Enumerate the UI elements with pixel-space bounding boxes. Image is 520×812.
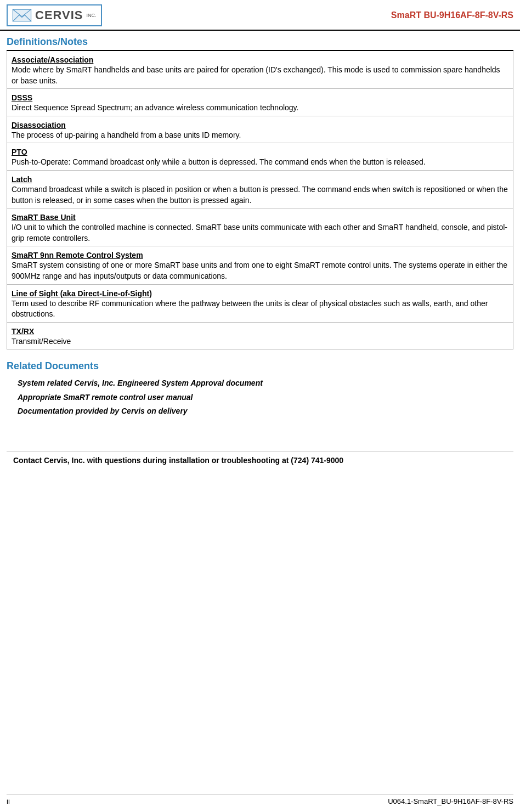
logo-inc: INC.	[87, 13, 97, 18]
definitions-container: Associate/Association Mode where by SmaR…	[7, 51, 513, 349]
related-doc-item-0: System related Cervis, Inc. Engineered S…	[18, 376, 513, 390]
def-desc-disassociation: The process of up-pairing a handheld fro…	[12, 131, 241, 142]
def-desc-line-of-sight: Term used to describe RF communication w…	[12, 299, 488, 321]
def-term-smart-9nn: SmaRT 9nn Remote Control System	[12, 249, 508, 260]
definitions-section: Definitions/Notes Associate/Association …	[7, 36, 513, 349]
def-term-pto: PTO	[12, 145, 508, 157]
def-term-line-of-sight: Line of Sight (aka Direct-Line-of-Sight)	[12, 287, 508, 298]
def-term-dsss: DSSS	[12, 91, 508, 103]
logo-area: CERVISINC.	[7, 4, 102, 26]
related-doc-item-1: Appropriate SmaRT remote control user ma…	[18, 391, 513, 404]
contact-info: Contact Cervis, Inc. with questions duri…	[7, 451, 513, 469]
definition-entry-smart-9nn: SmaRT 9nn Remote Control System SmaRT sy…	[7, 246, 513, 284]
def-desc-associate: Mode where by SmaRT handhelds and base u…	[12, 65, 500, 87]
related-doc-item-2: Documentation provided by Cervis on deli…	[18, 404, 513, 418]
definition-entry-latch: Latch Command broadcast while a switch i…	[7, 171, 513, 208]
logo-text: CERVIS	[35, 8, 83, 22]
page-footer: ii U064.1-SmaRT_BU-9H16AF-8F-8V-RS	[7, 794, 513, 805]
def-desc-txrx: Transmit/Receive	[12, 337, 71, 348]
def-term-disassociation: Disassociation	[12, 119, 508, 130]
related-documents-section: Related Documents System related Cervis,…	[7, 360, 513, 418]
definition-entry-associate: Associate/Association Mode where by SmaR…	[7, 51, 513, 89]
def-term-smart-base-unit: SmaRT Base Unit	[12, 211, 508, 222]
def-desc-smart-base-unit: I/O unit to which the controlled machine…	[12, 223, 507, 245]
definition-entry-line-of-sight: Line of Sight (aka Direct-Line-of-Sight)…	[7, 285, 513, 323]
definition-entry-txrx: TX/RX Transmit/Receive	[7, 323, 513, 349]
def-desc-dsss: Direct Sequence Spread Spectrum; an adva…	[12, 103, 298, 114]
document-title: SmaRT BU-9H16AF-8F-8V-RS	[391, 10, 513, 20]
cervis-logo-icon	[12, 8, 32, 23]
def-desc-latch: Command broadcast while a switch is plac…	[12, 185, 508, 207]
related-documents-list: System related Cervis, Inc. Engineered S…	[7, 376, 513, 418]
def-term-txrx: TX/RX	[12, 325, 508, 336]
logo-box: CERVISINC.	[7, 4, 102, 26]
definition-entry-pto: PTO Push-to-Operate: Command broadcast o…	[7, 143, 513, 171]
page-number: ii	[7, 797, 10, 805]
definition-entry-disassociation: Disassociation The process of up-pairing…	[7, 116, 513, 144]
doc-reference: U064.1-SmaRT_BU-9H16AF-8F-8V-RS	[388, 797, 513, 805]
related-documents-title: Related Documents	[7, 360, 513, 372]
definition-entry-dsss: DSSS Direct Sequence Spread Spectrum; an…	[7, 89, 513, 116]
page-header: CERVISINC. SmaRT BU-9H16AF-8F-8V-RS	[0, 0, 520, 31]
def-term-latch: Latch	[12, 173, 508, 184]
def-desc-pto: Push-to-Operate: Command broadcast only …	[12, 157, 426, 168]
def-desc-smart-9nn: SmaRT system consisting of one or more S…	[12, 261, 507, 283]
definitions-section-title: Definitions/Notes	[7, 36, 513, 51]
main-content: Definitions/Notes Associate/Association …	[0, 31, 520, 475]
def-term-associate: Associate/Association	[12, 53, 508, 65]
definition-entry-smart-base-unit: SmaRT Base Unit I/O unit to which the co…	[7, 208, 513, 246]
